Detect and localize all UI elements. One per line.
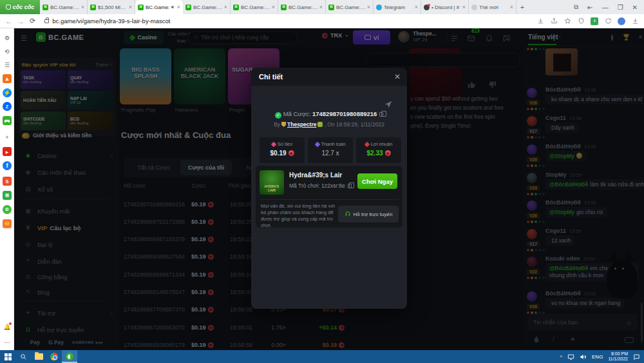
tab-audio-icon[interactable] [171,5,176,10]
copy-icon[interactable] [379,112,383,117]
window-close-button[interactable]: ✕ [632,4,638,11]
browser-tab[interactable]: BC.Game: Cry× [183,0,231,14]
bcgame-favicon [138,5,144,10]
start-button[interactable] [0,350,15,363]
browser-tab-telegram[interactable]: Telegram× [374,0,421,14]
bcgame-favicon [185,5,191,10]
bookmark-star-icon[interactable] [564,17,571,25]
new-tab-button[interactable]: + [516,0,528,14]
settings-gear-icon[interactable]: ⚙ [3,34,12,43]
tab-close-icon[interactable]: × [177,4,180,10]
game-thumbnail[interactable]: HYDRA'SLAIR [260,170,284,195]
discord-favicon [424,5,430,10]
tab-close-icon[interactable]: × [319,4,323,10]
bet-meta-line: ByThespectre, On 19:59:29, 1/11/2022 [251,121,407,128]
tab-close-icon[interactable]: × [510,4,513,10]
window-restore-button[interactable]: ❐ [618,4,623,11]
tab-close-icon[interactable]: × [224,4,227,10]
add-shortcut-icon[interactable]: + [3,133,12,142]
tab-close-icon[interactable]: × [272,4,275,10]
chrome-button[interactable] [46,350,62,363]
sync-icon[interactable] [604,17,612,25]
taskbar-search-button[interactable] [15,350,31,363]
telegram-favicon [376,5,382,10]
share-icon[interactable] [550,17,558,25]
tab-close-icon[interactable]: × [415,4,418,10]
adblock-shield-icon[interactable] [577,17,585,25]
downloads-icon[interactable] [631,17,639,25]
game-title: Hydra&#39;s Lair [289,172,342,179]
forward-button[interactable]: → [17,17,24,25]
coccoc-side-strip: ⚙ ⟲ ☰ ▲ ⚡ Z + ▶ f S ▦ ✿ ⛁ 🔔 ⋯ [0,28,14,350]
tab-preview-icon[interactable]: ⧉ [574,3,578,11]
gift-box-icon[interactable]: ▦ [3,191,12,200]
payout-wallet-icon [314,141,319,146]
help-text: Mọi vấn đề, xin vui lòng liên hệ với bộ … [261,203,336,229]
history-icon[interactable]: ⟲ [3,47,12,56]
windows-taskbar: ^ ENG 8:00 PM 11/1/2022 [0,350,644,363]
volume-icon[interactable] [580,353,587,360]
notification-bell-icon[interactable]: 🔔 [3,322,12,331]
tab-close-icon[interactable]: × [462,4,466,10]
browser-address-bar: ← → ⟳ bc.game/vi/game/hydra-39-s-lair-by… [0,14,644,28]
messenger-icon[interactable]: ⚡ [3,88,12,97]
zalo-icon[interactable]: Z [3,102,12,111]
bcgame-favicon [43,5,48,10]
file-explorer-button[interactable] [31,350,46,363]
taskbar-clock[interactable]: 8:00 PM 11/1/2022 [608,351,628,362]
language-indicator[interactable]: ENG [592,354,603,360]
network-icon[interactable] [567,353,574,360]
window-minimize-button[interactable]: — [602,4,609,11]
copy-icon[interactable] [348,184,352,188]
reading-list-icon[interactable]: ☰ [3,61,12,70]
play-now-button[interactable]: Chơi Ngay [357,173,397,189]
url-text[interactable]: bc.game/vi/game/hydra-39-s-lair-by-masco… [52,17,170,25]
tab-close-icon[interactable]: × [367,4,370,10]
browser-tab-active[interactable]: BC.Game:× [135,0,183,14]
bet-details-modal: Chi tiết ✕ ✓Mã Cược: 1748298701980889216… [251,68,407,309]
trx-coin-icon [289,150,294,156]
share-bet-icon[interactable] [384,100,393,109]
browser-tab-discord[interactable]: • Discord | #× [421,0,469,14]
bcgame-favicon [281,5,287,10]
browser-tab[interactable]: BC.Game: Cry× [231,0,278,14]
games-icon[interactable] [3,116,12,125]
coccoc-brand-button[interactable]: cốc cốc [0,0,40,14]
workspace-icon[interactable]: ⇤ [587,4,592,11]
user-badge-icon [317,122,323,127]
coccoc-logo-icon [6,5,11,10]
tab-close-icon[interactable]: × [129,4,132,10]
reload-button[interactable]: ⟳ [30,17,35,25]
trx-coin-icon [385,150,391,156]
browser-tab[interactable]: BC.Game: Cry× [40,0,88,14]
browser-tab[interactable]: BC.Game: Cry× [278,0,326,14]
live-support-button[interactable]: Hỗ trợ trực tuyến [338,206,399,222]
modal-close-icon[interactable]: ✕ [394,72,401,81]
shopee-icon[interactable]: S [3,177,12,186]
back-button[interactable]: ← [5,17,12,25]
action-center-icon[interactable] [633,353,640,360]
tab-close-icon[interactable]: × [81,4,84,10]
download-manager-icon[interactable] [591,17,598,25]
facebook-icon[interactable]: f [3,161,12,170]
chat-app-icon[interactable]: ✿ [3,205,12,214]
bet-id-line: ✓Mã Cược: 1748298701980889216 [251,110,407,119]
bet-username[interactable]: Thespectre [287,121,316,128]
hot-news-icon[interactable]: ▲ [3,74,12,83]
hidden-icons-chevron[interactable]: ^ [560,354,562,360]
save-page-icon[interactable] [536,17,544,25]
modal-game-card: HYDRA'SLAIR Hydra&#39;s Lair Mã Trò chơi… [256,166,402,228]
more-options-icon[interactable]: ⋯ [3,338,12,347]
cart-icon[interactable]: ⛁ [3,219,12,228]
browser-tab[interactable]: $1,500 Midwe× [88,0,135,14]
youtube-icon[interactable]: ▶ [3,147,12,156]
browser-tab-newtab[interactable]: Thẻ mới× [469,0,516,14]
stat-profit: Lợi nhuận $2.33 [356,137,401,163]
coccoc-button-active[interactable] [62,350,77,363]
lock-icon[interactable] [44,19,49,23]
profile-avatar-icon[interactable] [618,17,625,25]
game-code: Mã Trò chơi: 1z2xsr:8e [289,182,352,189]
browser-tab[interactable]: BC.Game: Cry× [326,0,374,14]
headset-icon [345,211,351,217]
bet-id-value[interactable]: 1748298701980889216 [312,110,377,117]
